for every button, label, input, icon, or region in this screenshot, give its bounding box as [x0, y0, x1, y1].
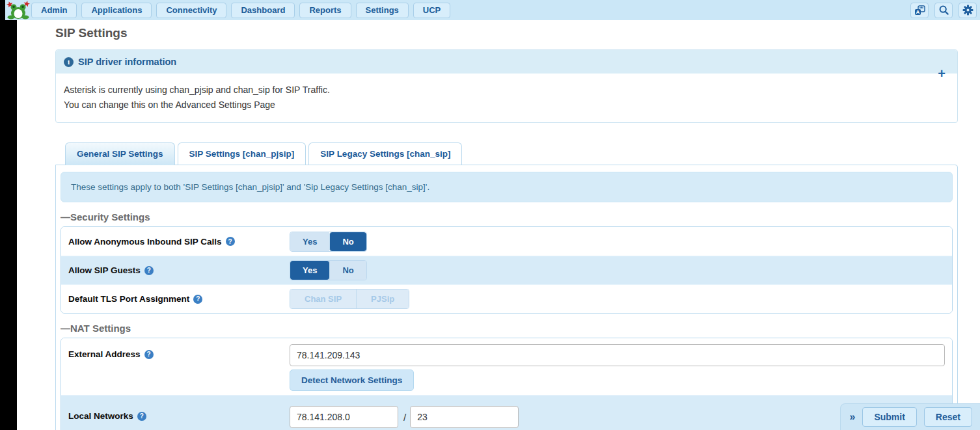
search-icon: [939, 5, 949, 15]
nav-item-ucp[interactable]: UCP: [413, 3, 450, 18]
sip-driver-info-header[interactable]: i SIP driver information: [56, 50, 957, 74]
external-address-label-text: External Address: [68, 349, 141, 359]
language-icon: A: [914, 5, 925, 16]
help-icon[interactable]: ?: [193, 295, 202, 304]
default-tls-port-label-text: Default TLS Port Assignment: [68, 294, 189, 304]
nav-item-dashboard[interactable]: Dashboard: [231, 3, 295, 18]
gear-icon: [962, 5, 973, 16]
detect-network-settings-button[interactable]: Detect Network Settings: [290, 370, 414, 391]
collapse-toolbar-icon[interactable]: »: [850, 411, 856, 423]
local-network-ip-input[interactable]: [290, 406, 398, 428]
default-tls-chan-sip-button: Chan SIP: [290, 289, 356, 308]
help-icon[interactable]: ?: [226, 237, 235, 246]
allow-anonymous-control: Yes No: [290, 232, 945, 252]
sip-settings-tabs: General SIP Settings SIP Settings [chan_…: [65, 142, 958, 165]
freepbx-logo[interactable]: [5, 0, 31, 20]
local-network-mask-input[interactable]: [410, 406, 519, 428]
nat-settings-fieldset: External Address ? Detect Network Settin…: [61, 338, 953, 430]
allow-sip-guests-yes-button[interactable]: Yes: [290, 261, 329, 280]
allow-sip-guests-no-button[interactable]: No: [329, 261, 366, 280]
expand-icon[interactable]: +: [938, 67, 946, 80]
nav-item-connectivity[interactable]: Connectivity: [156, 3, 226, 18]
svg-text:A: A: [916, 9, 919, 15]
collapse-icon: —: [61, 323, 70, 334]
tab-sip-legacy-settings-chan-sip[interactable]: SIP Legacy Settings [chan_sip]: [308, 142, 462, 165]
tab-sip-settings-chan-pjsip[interactable]: SIP Settings [chan_pjsip]: [178, 142, 306, 165]
reset-button[interactable]: Reset: [924, 407, 972, 427]
setting-row-default-tls-port: Default TLS Port Assignment ? Chan SIP P…: [61, 284, 952, 313]
local-networks-label-text: Local Networks: [68, 411, 133, 421]
allow-anonymous-label: Allow Anonymous Inbound SIP Calls ?: [68, 237, 290, 247]
security-settings-title: Security Settings: [70, 211, 150, 222]
settings-scope-alert: These settings apply to both 'SIP Settin…: [61, 172, 953, 202]
setting-row-allow-sip-guests: Allow SIP Guests ? Yes No: [61, 256, 952, 284]
default-tls-port-label: Default TLS Port Assignment ?: [68, 294, 290, 304]
search-button[interactable]: [934, 3, 953, 18]
allow-anonymous-no-button[interactable]: No: [329, 232, 366, 251]
nat-settings-title: NAT Settings: [70, 323, 131, 334]
driver-info-line-2: You can change this on the Advanced Sett…: [64, 98, 949, 113]
help-icon[interactable]: ?: [144, 350, 154, 359]
driver-info-line-1: Asterisk is currently using chan_pjsip a…: [64, 83, 949, 98]
frog-logo-icon: [7, 1, 30, 20]
allow-sip-guests-control: Yes No: [290, 260, 945, 280]
allow-sip-guests-label: Allow SIP Guests ?: [68, 265, 290, 275]
local-networks-label: Local Networks ?: [68, 411, 290, 421]
allow-anonymous-label-text: Allow Anonymous Inbound SIP Calls: [68, 237, 222, 247]
help-icon[interactable]: ?: [144, 266, 154, 275]
sip-driver-info-title: SIP driver information: [78, 57, 176, 67]
submit-button[interactable]: Submit: [862, 407, 916, 427]
setting-row-allow-anonymous: Allow Anonymous Inbound SIP Calls ? Yes …: [61, 227, 952, 256]
allow-sip-guests-toggle: Yes No: [290, 260, 367, 280]
security-settings-fieldset: Allow Anonymous Inbound SIP Calls ? Yes …: [61, 226, 953, 314]
help-icon[interactable]: ?: [137, 412, 146, 421]
default-tls-port-control: Chan SIP PJSip: [290, 289, 945, 309]
general-sip-settings-pane: These settings apply to both 'SIP Settin…: [55, 165, 958, 430]
page-root: Admin Applications Connectivity Dashboar…: [0, 0, 980, 430]
setting-row-external-address: External Address ? Detect Network Settin…: [61, 338, 952, 395]
allow-sip-guests-label-text: Allow SIP Guests: [68, 265, 141, 275]
nat-settings-header[interactable]: —NAT Settings: [61, 323, 953, 334]
external-address-control: Detect Network Settings: [290, 344, 945, 391]
top-nav: Admin Applications Connectivity Dashboar…: [5, 0, 980, 20]
language-button[interactable]: A: [910, 3, 929, 18]
setting-row-local-networks: Local Networks ? /: [61, 395, 952, 430]
allow-anonymous-yes-button[interactable]: Yes: [290, 232, 329, 251]
nav-item-settings[interactable]: Settings: [356, 3, 409, 18]
main-content: SIP Settings i SIP driver information + …: [17, 20, 980, 430]
sip-driver-info-body: Asterisk is currently using chan_pjsip a…: [56, 74, 957, 122]
nav-item-applications[interactable]: Applications: [81, 3, 152, 18]
settings-gear-button[interactable]: [959, 3, 977, 18]
network-mask-separator: /: [403, 412, 406, 423]
allow-anonymous-toggle: Yes No: [290, 232, 367, 252]
security-settings-header[interactable]: —Security Settings: [61, 211, 953, 222]
page-title: SIP Settings: [55, 26, 958, 40]
sip-driver-info-panel: i SIP driver information + Asterisk is c…: [55, 49, 958, 123]
info-icon: i: [64, 57, 74, 67]
default-tls-port-toggle: Chan SIP PJSip: [290, 289, 409, 309]
nav-utility-group: A: [910, 3, 977, 18]
default-tls-pjsip-button: PJSip: [356, 289, 409, 308]
external-address-input[interactable]: [290, 344, 945, 366]
nav-item-reports[interactable]: Reports: [299, 3, 351, 18]
floating-action-bar: » Submit Reset: [840, 403, 980, 430]
nav-item-admin[interactable]: Admin: [31, 3, 77, 18]
collapse-icon: —: [61, 211, 70, 222]
nav-menu: Admin Applications Connectivity Dashboar…: [31, 3, 450, 18]
external-address-label: External Address ?: [68, 349, 290, 359]
tab-general-sip-settings[interactable]: General SIP Settings: [65, 142, 175, 165]
